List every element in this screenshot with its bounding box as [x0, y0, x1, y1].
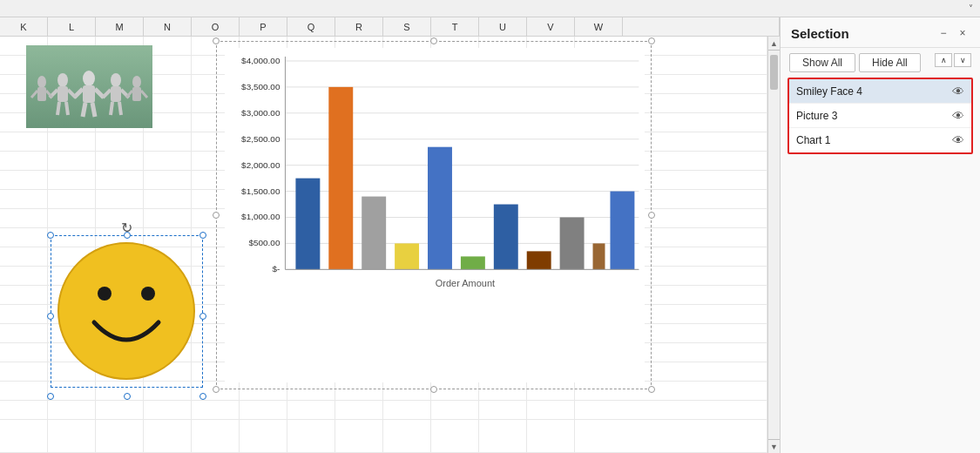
- cell[interactable]: [287, 190, 335, 208]
- cell[interactable]: [575, 190, 767, 208]
- col-header-n[interactable]: N: [144, 17, 192, 36]
- cell[interactable]: [335, 152, 383, 170]
- cell[interactable]: [287, 382, 335, 400]
- cell[interactable]: [96, 37, 144, 55]
- cell[interactable]: [479, 171, 527, 189]
- cell[interactable]: [335, 382, 383, 400]
- selection-item-smiley[interactable]: Smiley Face 4 👁: [789, 79, 971, 104]
- cell[interactable]: [48, 324, 96, 342]
- cell[interactable]: [383, 171, 431, 189]
- cell[interactable]: [479, 305, 527, 323]
- cell[interactable]: [479, 247, 527, 266]
- cell[interactable]: [575, 152, 767, 170]
- cell[interactable]: [240, 75, 287, 93]
- cell[interactable]: [96, 420, 144, 452]
- cell[interactable]: [0, 56, 48, 74]
- cell[interactable]: [96, 401, 144, 419]
- cell[interactable]: [527, 132, 575, 151]
- cell[interactable]: [192, 382, 240, 400]
- col-header-o[interactable]: O: [192, 17, 240, 36]
- cell[interactable]: [479, 132, 527, 151]
- cell[interactable]: [192, 132, 240, 151]
- cell[interactable]: [527, 343, 575, 362]
- cell[interactable]: [287, 113, 335, 132]
- cell[interactable]: [0, 75, 48, 93]
- panel-close-btn[interactable]: ×: [954, 24, 971, 42]
- cell[interactable]: [192, 247, 240, 266]
- cell[interactable]: [287, 247, 335, 266]
- cell[interactable]: [383, 113, 431, 132]
- panel-minimize-btn[interactable]: −: [935, 24, 952, 42]
- cell[interactable]: [383, 362, 431, 381]
- cell[interactable]: [431, 190, 479, 208]
- cell[interactable]: [192, 209, 240, 227]
- cell[interactable]: [335, 286, 383, 304]
- cell[interactable]: [240, 382, 287, 400]
- cell[interactable]: [431, 94, 479, 112]
- cell[interactable]: [144, 401, 192, 419]
- eye-icon-smiley[interactable]: 👁: [952, 85, 964, 98]
- cell[interactable]: [240, 228, 287, 247]
- col-header-t[interactable]: T: [431, 17, 479, 36]
- col-header-q[interactable]: Q: [287, 17, 335, 36]
- cell[interactable]: [383, 343, 431, 362]
- cell[interactable]: [527, 94, 575, 112]
- cell[interactable]: [383, 190, 431, 208]
- cell[interactable]: [575, 209, 767, 227]
- cell[interactable]: [96, 75, 144, 93]
- cell[interactable]: [431, 113, 479, 132]
- cell[interactable]: [144, 37, 192, 55]
- cell[interactable]: [335, 37, 383, 55]
- cell[interactable]: [96, 305, 144, 323]
- cell[interactable]: [0, 113, 48, 132]
- cell[interactable]: [240, 401, 287, 419]
- cell[interactable]: [527, 420, 575, 452]
- cell[interactable]: [192, 113, 240, 132]
- cell[interactable]: [479, 286, 527, 304]
- cell[interactable]: [335, 94, 383, 112]
- cell[interactable]: [48, 305, 96, 323]
- cell[interactable]: [240, 324, 287, 342]
- cell[interactable]: [527, 171, 575, 189]
- cell[interactable]: [383, 132, 431, 151]
- cell[interactable]: [144, 324, 192, 342]
- cell[interactable]: [48, 171, 96, 189]
- cell[interactable]: [431, 305, 479, 323]
- cell[interactable]: [0, 132, 48, 151]
- cell[interactable]: [383, 305, 431, 323]
- scroll-up-btn[interactable]: ▲: [768, 37, 780, 51]
- cell[interactable]: [192, 401, 240, 419]
- cell[interactable]: [96, 228, 144, 247]
- cell[interactable]: [144, 247, 192, 266]
- cell[interactable]: [240, 267, 287, 285]
- cell[interactable]: [479, 362, 527, 381]
- cell[interactable]: [287, 286, 335, 304]
- cell[interactable]: [192, 190, 240, 208]
- cell[interactable]: [431, 420, 479, 452]
- cell[interactable]: [48, 247, 96, 266]
- col-header-s[interactable]: S: [383, 17, 431, 36]
- eye-icon-chart[interactable]: 👁: [952, 133, 964, 147]
- cell[interactable]: [287, 228, 335, 247]
- cell[interactable]: [575, 171, 767, 189]
- cell[interactable]: [527, 324, 575, 342]
- cell[interactable]: [479, 267, 527, 285]
- cell[interactable]: [48, 37, 96, 55]
- cell[interactable]: [287, 362, 335, 381]
- cell[interactable]: [431, 401, 479, 419]
- cell[interactable]: [144, 228, 192, 247]
- cell[interactable]: [527, 190, 575, 208]
- cell[interactable]: [383, 56, 431, 74]
- cell[interactable]: [0, 343, 48, 362]
- cell[interactable]: [575, 382, 767, 400]
- cell[interactable]: [144, 113, 192, 132]
- cell[interactable]: [48, 209, 96, 227]
- cell[interactable]: [479, 56, 527, 74]
- cell[interactable]: [144, 152, 192, 170]
- cell[interactable]: [144, 305, 192, 323]
- cell[interactable]: [335, 324, 383, 342]
- cell[interactable]: [575, 343, 767, 362]
- cell[interactable]: [479, 401, 527, 419]
- cell[interactable]: [144, 267, 192, 285]
- cell[interactable]: [240, 171, 287, 189]
